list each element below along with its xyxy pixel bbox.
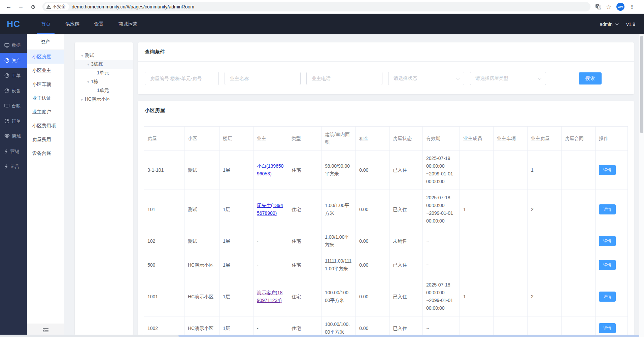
user-menu[interactable]: admin bbox=[600, 22, 617, 27]
detail-button[interactable]: 详情 bbox=[599, 165, 616, 175]
top-navbar: HC 首页供应链设置商城运营 admin v1.9 bbox=[0, 14, 644, 34]
cell-contract bbox=[562, 253, 596, 277]
cell-owner: 周先生(13945678900) bbox=[253, 190, 288, 229]
tree-caret-icon[interactable]: ▸ bbox=[79, 97, 85, 102]
vertical-scrollbar[interactable] bbox=[639, 34, 644, 337]
tree-caret-icon[interactable]: ▾ bbox=[86, 80, 91, 84]
translate-icon[interactable]: G文 bbox=[595, 4, 601, 9]
sidebar-item[interactable]: 商城 bbox=[0, 129, 27, 144]
owner-link[interactable]: 小白(13965096053) bbox=[257, 163, 283, 176]
cell-members bbox=[460, 253, 494, 277]
version-label: v1.9 bbox=[626, 22, 635, 27]
cell-area: 11111.00/1111.00平方米 bbox=[321, 253, 356, 277]
security-chip[interactable]: 不安全 bbox=[44, 3, 69, 10]
cell-contract bbox=[562, 190, 596, 229]
cell-type: 住宅 bbox=[288, 277, 321, 316]
detail-button[interactable]: 详情 bbox=[599, 292, 616, 302]
status-select[interactable]: 请选择状态 bbox=[388, 72, 464, 85]
owner-phone-input[interactable] bbox=[312, 76, 377, 81]
refresh-icon[interactable] bbox=[28, 2, 38, 11]
owner-name-input[interactable] bbox=[230, 76, 295, 81]
detail-button[interactable]: 详情 bbox=[599, 204, 616, 214]
table-row: 1001HC演示小区1层演示客户(18909711234)住宅100.00/10… bbox=[144, 277, 628, 316]
topnav-item[interactable]: 供应链 bbox=[58, 14, 87, 34]
bolt-icon bbox=[4, 164, 8, 169]
cell-members bbox=[460, 316, 494, 337]
cell-actions: 详情 bbox=[596, 253, 628, 277]
forward-icon[interactable]: → bbox=[16, 2, 26, 11]
diamond-icon bbox=[4, 134, 10, 139]
topnav-item[interactable]: 首页 bbox=[34, 14, 58, 34]
tree-node[interactable]: ▾测试 bbox=[75, 51, 133, 60]
submenu-item[interactable]: 业主认证 bbox=[27, 91, 64, 105]
app-logo[interactable]: HC bbox=[0, 14, 27, 34]
cell-houses: 1 bbox=[528, 150, 562, 190]
detail-button[interactable]: 详情 bbox=[599, 236, 616, 246]
room-type-select[interactable]: 请选择房屋类型 bbox=[470, 72, 546, 85]
chevron-down-icon bbox=[615, 22, 618, 25]
owner-link[interactable]: 演示客户(18909711234) bbox=[257, 290, 282, 303]
sidebar-item-label: 运营 bbox=[10, 164, 19, 170]
search-button[interactable]: 搜索 bbox=[579, 72, 602, 85]
horizontal-scrollbar-thumb[interactable] bbox=[178, 335, 639, 337]
submenu-item[interactable]: 业主账户 bbox=[27, 105, 64, 119]
bookmark-star-icon[interactable]: ☆ bbox=[606, 3, 612, 11]
vertical-scrollbar-thumb[interactable] bbox=[640, 36, 643, 133]
room-number-input[interactable] bbox=[150, 76, 213, 81]
sidebar-item-label: 营销 bbox=[10, 148, 19, 155]
tree-caret-icon[interactable]: ▾ bbox=[86, 62, 91, 67]
tree-node[interactable]: 1单元 bbox=[75, 69, 133, 77]
submenu-item[interactable]: 小区费用项 bbox=[27, 119, 64, 133]
asset-submenu: 资产 小区房屋小区业主小区车辆业主认证业主账户小区费用项房屋费用设备台账 bbox=[27, 34, 64, 337]
submenu-item[interactable]: 设备台账 bbox=[27, 146, 64, 160]
address-bar[interactable]: 不安全 demo.homecommunity.cn/#/pages/commun… bbox=[42, 2, 590, 11]
cell-status: 已入住 bbox=[389, 253, 423, 277]
sidebar-item[interactable]: 订单 bbox=[0, 113, 27, 129]
sidebar-item[interactable]: 资产 bbox=[0, 53, 27, 68]
warning-icon bbox=[46, 5, 51, 9]
tree-caret-icon[interactable]: ▾ bbox=[79, 54, 85, 58]
owner-phone-input[interactable] bbox=[306, 72, 382, 85]
cell-houses bbox=[528, 316, 562, 337]
table-row: 1002HC演示小区1层-住宅100.00/100.00平方米0.00已入住~详… bbox=[144, 316, 628, 337]
cell-owner: 演示客户(18909711234) bbox=[253, 277, 288, 316]
cell-validity: ~ bbox=[423, 316, 460, 337]
cell-room: 1002 bbox=[144, 316, 184, 337]
submenu-item[interactable]: 小区车辆 bbox=[27, 77, 64, 91]
submenu-item[interactable]: 小区房屋 bbox=[27, 50, 64, 64]
submenu-item[interactable]: 房屋费用 bbox=[27, 133, 64, 146]
tree-node[interactable]: ▸HC演示小区 bbox=[75, 95, 133, 104]
browser-avatar[interactable]: XW bbox=[616, 3, 624, 11]
sidebar-item[interactable]: 设备 bbox=[0, 83, 27, 98]
back-icon[interactable]: ← bbox=[4, 2, 13, 11]
sidebar-item[interactable]: 运营 bbox=[0, 159, 27, 174]
svg-text:文: 文 bbox=[598, 6, 601, 9]
detail-button[interactable]: 详情 bbox=[599, 323, 616, 333]
sidebar-item[interactable]: 工单 bbox=[0, 68, 27, 83]
cell-members: 1 bbox=[460, 190, 494, 229]
room-number-input[interactable] bbox=[145, 72, 219, 85]
horizontal-scrollbar[interactable] bbox=[0, 335, 639, 337]
fold-icon bbox=[43, 328, 48, 333]
topnav-item[interactable]: 设置 bbox=[87, 14, 111, 34]
tree-node[interactable]: ▾3栋栋 bbox=[75, 60, 133, 69]
cell-vehicles bbox=[494, 316, 528, 337]
column-header: 业主成员 bbox=[460, 127, 494, 150]
owner-link[interactable]: 周先生(13945678900) bbox=[257, 203, 283, 216]
cell-actions: 详情 bbox=[596, 316, 628, 337]
search-panel: 查询条件 请选择状态请选择房屋类型搜索 bbox=[138, 42, 634, 94]
tree-node[interactable]: ▾1栋 bbox=[75, 77, 133, 86]
cell-status: 已入住 bbox=[389, 277, 423, 316]
cell-actions: 详情 bbox=[596, 190, 628, 229]
detail-button[interactable]: 详情 bbox=[599, 260, 616, 270]
tree-node[interactable]: 1单元 bbox=[75, 86, 133, 95]
sidebar-item[interactable]: 营销 bbox=[0, 144, 27, 159]
browser-menu-icon[interactable]: ⋮ bbox=[629, 4, 635, 10]
cell-actions: 详情 bbox=[596, 229, 628, 253]
sidebar-item[interactable]: 数据 bbox=[0, 38, 27, 53]
topnav-item[interactable]: 商城运营 bbox=[111, 14, 145, 34]
owner-name-input[interactable] bbox=[225, 72, 301, 85]
column-header: 业主 bbox=[253, 127, 288, 150]
sidebar-item[interactable]: 台账 bbox=[0, 98, 27, 113]
submenu-item[interactable]: 小区业主 bbox=[27, 64, 64, 77]
